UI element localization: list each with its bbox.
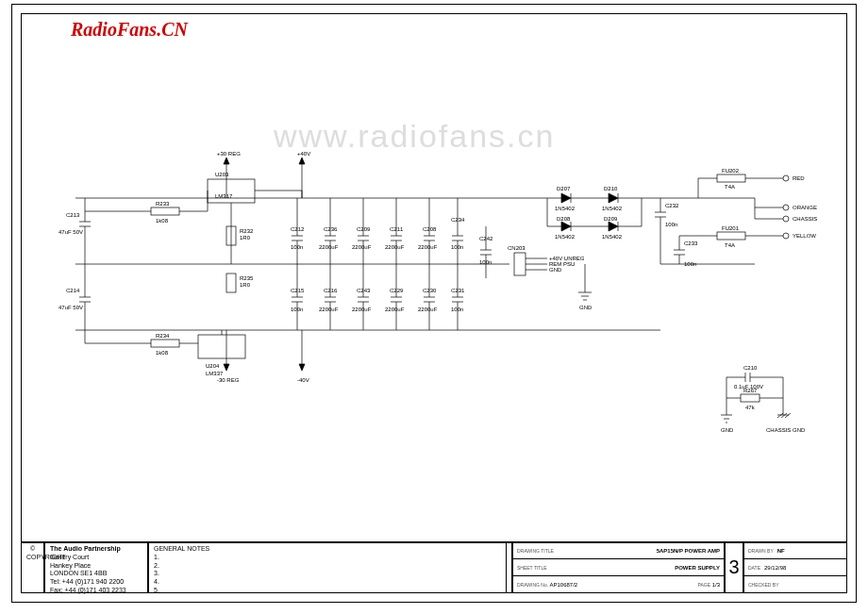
svg-rect-19 — [208, 179, 255, 203]
svg-point-132 — [783, 233, 789, 239]
lbl-c214v: 47uF 50V — [58, 305, 83, 310]
svg-text:1N5402: 1N5402 — [602, 234, 623, 240]
lbl-r235: R235 — [240, 275, 254, 281]
svg-text:C210: C210 — [743, 365, 758, 371]
svg-text:2200uF: 2200uF — [319, 244, 339, 250]
lbl-r234: R234 — [156, 333, 170, 339]
svg-text:47k: 47k — [745, 405, 756, 410]
lbl-plus40: +40V — [297, 151, 310, 157]
lbl-r234v: 1k08 — [156, 350, 169, 356]
svg-marker-8 — [224, 364, 229, 371]
svg-text:FU201: FU201 — [722, 225, 740, 231]
title-block: © COPYRIGHT The Audio Partnership Galler… — [21, 541, 847, 593]
svg-text:C211: C211 — [390, 226, 404, 232]
svg-text:CHASSIS: CHASSIS — [793, 216, 817, 222]
svg-text:C208: C208 — [423, 226, 437, 232]
svg-rect-29 — [198, 335, 245, 358]
svg-text:GND: GND — [721, 427, 734, 433]
lbl-u203p: LM317 — [215, 193, 233, 199]
revision: 3 — [725, 541, 743, 593]
company-info: The Audio Partnership Gallery Court Hank… — [44, 541, 148, 593]
lbl-r233: R233 — [156, 201, 170, 207]
meta-block: DRAWN BYNF DATE29/12/98 CHECKED BY — [743, 541, 847, 593]
lbl-c214: C214 — [66, 288, 80, 293]
svg-text:C215: C215 — [291, 288, 305, 293]
svg-marker-6 — [299, 158, 305, 164]
svg-text:2200uF: 2200uF — [352, 307, 372, 312]
svg-text:CN203: CN203 — [508, 245, 526, 251]
svg-text:2200uF: 2200uF — [385, 307, 405, 312]
svg-text:C229: C229 — [390, 288, 404, 293]
svg-text:CHASSIS GND: CHASSIS GND — [766, 427, 806, 433]
svg-rect-129 — [717, 232, 745, 240]
lbl-c213: C213 — [66, 212, 80, 218]
svg-text:C233: C233 — [684, 241, 698, 246]
svg-text:C231: C231 — [451, 288, 465, 293]
svg-text:1N5402: 1N5402 — [555, 206, 576, 211]
svg-text:100n: 100n — [451, 244, 463, 250]
svg-rect-125 — [717, 174, 745, 182]
lbl-u203: U203 — [215, 172, 229, 177]
lbl-minus30: -30 REG — [217, 377, 240, 383]
svg-text:2200uF: 2200uF — [418, 244, 438, 250]
lbl-r232v: 1R0 — [240, 235, 251, 241]
svg-marker-10 — [299, 364, 305, 371]
svg-text:D207: D207 — [557, 186, 571, 191]
svg-point-128 — [783, 175, 789, 181]
lbl-u204: U204 — [206, 363, 220, 369]
lbl-r233v: 1k08 — [156, 218, 169, 224]
lbl-c213v: 47uF 50V — [58, 229, 83, 235]
general-notes: GENERAL NOTES 1. 2. 3. 4. 5. — [148, 541, 507, 593]
svg-rect-28 — [226, 274, 236, 292]
svg-text:D209: D209 — [604, 216, 618, 222]
svg-text:GND: GND — [579, 305, 593, 310]
svg-text:100n: 100n — [684, 261, 696, 267]
svg-text:T4A: T4A — [725, 184, 735, 190]
svg-point-137 — [783, 205, 789, 210]
copyright: © COPYRIGHT — [21, 541, 44, 593]
svg-text:C230: C230 — [423, 288, 437, 293]
svg-rect-107 — [514, 253, 526, 275]
svg-text:2200uF: 2200uF — [385, 244, 405, 250]
svg-text:1N5402: 1N5402 — [555, 234, 576, 240]
lbl-r235v: 1R0 — [240, 282, 251, 288]
svg-marker-101 — [609, 222, 618, 231]
svg-point-139 — [783, 216, 789, 222]
schematic-sub: C210 0.1uF 100V R267 47k GND CHASSIS GND — [698, 358, 811, 447]
svg-text:YELLOW: YELLOW — [793, 233, 816, 239]
svg-text:D208: D208 — [557, 216, 571, 222]
svg-text:2200uF: 2200uF — [418, 307, 438, 312]
svg-text:2200uF: 2200uF — [319, 307, 339, 312]
lbl-plus30: +30 REG — [217, 151, 241, 157]
svg-text:C232: C232 — [665, 203, 679, 208]
svg-text:C234: C234 — [451, 217, 465, 223]
svg-text:GND: GND — [549, 267, 562, 273]
svg-rect-196 — [741, 394, 760, 402]
svg-text:C243: C243 — [357, 288, 371, 293]
svg-marker-97 — [561, 222, 571, 231]
svg-text:T4A: T4A — [725, 242, 735, 248]
svg-rect-31 — [151, 340, 179, 347]
svg-text:ORANGE: ORANGE — [793, 205, 817, 210]
svg-text:C242: C242 — [479, 236, 493, 241]
svg-rect-23 — [151, 207, 179, 215]
svg-text:1N5402: 1N5402 — [602, 206, 623, 211]
svg-text:RED: RED — [793, 175, 805, 181]
lbl-r232: R232 — [240, 228, 254, 234]
svg-marker-89 — [561, 193, 571, 203]
svg-text:C236: C236 — [324, 226, 338, 232]
svg-text:C216: C216 — [324, 288, 338, 293]
svg-text:100n: 100n — [479, 259, 492, 265]
svg-marker-4 — [224, 158, 229, 164]
lbl-minus40: -40V — [297, 377, 309, 383]
svg-text:FU202: FU202 — [722, 168, 740, 174]
svg-text:2200uF: 2200uF — [352, 244, 372, 250]
site-logo: RadioFans.CN — [71, 19, 188, 41]
svg-marker-93 — [609, 193, 618, 203]
svg-text:100n: 100n — [291, 307, 303, 312]
svg-text:D210: D210 — [604, 186, 618, 191]
drawing-titles: DRAWING TITLE5AP15N/P POWER AMP SHEET TI… — [512, 541, 725, 593]
svg-text:100n: 100n — [291, 244, 303, 250]
svg-text:R267: R267 — [743, 388, 758, 393]
svg-text:C212: C212 — [291, 226, 305, 232]
